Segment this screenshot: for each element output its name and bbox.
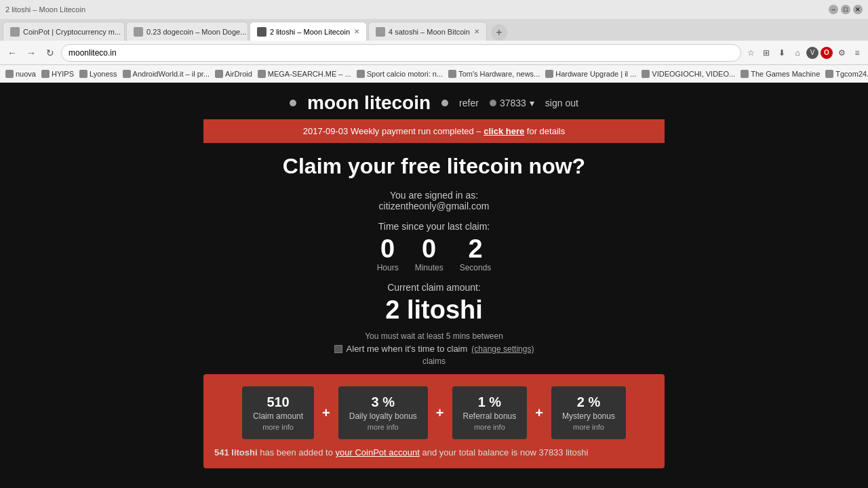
tab-label-dogecoin: 0.23 dogecoin – Moon Doge... (146, 28, 246, 36)
star-icon[interactable]: ☆ (744, 46, 757, 60)
bookmark-label-airdroid: AirDroid (225, 70, 252, 78)
balance-dot (490, 100, 496, 106)
bookmark-sport[interactable]: Sport calcio motori: n... (357, 70, 443, 78)
tab-label-bitcoin: 4 satoshi – Moon Bitcoin (389, 28, 470, 36)
credited-amount: 541 litoshi (214, 447, 258, 458)
timer-seconds-label: Seconds (460, 263, 492, 272)
bookmark-label-androidworld: AndroidWorld.it – il pr... (133, 70, 210, 78)
bookmark-icon-airdroid (215, 70, 223, 78)
toolbar-icons: ☆ ⊞ ⬇ ⌂ V O ⚙ ≡ (744, 46, 864, 60)
bookmark-icon-videogiochi (642, 70, 650, 78)
credited-suffix: and your total balance is now 37833 lito… (420, 447, 589, 458)
bookmark-icon-androidworld (123, 70, 131, 78)
home-icon[interactable]: ⌂ (791, 46, 804, 60)
bookmark-icon[interactable]: ⊞ (760, 46, 773, 60)
bookmark-lyoness[interactable]: Lyoness (79, 70, 117, 78)
reload-button[interactable]: ↻ (42, 45, 58, 61)
bonus-card-claim-amount: 510 Claim amount more info (242, 386, 314, 439)
bookmark-androidworld[interactable]: AndroidWorld.it – il pr... (123, 70, 210, 78)
timer-seconds: 2 Seconds (460, 236, 492, 272)
tab-close-bitcoin[interactable]: ✕ (474, 28, 479, 35)
claim-amount: 2 litoshi (217, 296, 651, 325)
timer-minutes: 0 Minutes (415, 236, 443, 272)
change-settings-link[interactable]: (change settings) (471, 344, 534, 354)
menu-icon[interactable]: ≡ (850, 46, 864, 60)
download-icon[interactable]: ⬇ (775, 46, 789, 60)
plus-icon-3: + (527, 405, 551, 421)
alert-text: Alert me when it's time to claim (347, 344, 468, 354)
bookmark-nuova[interactable]: nuova (5, 70, 36, 78)
bookmark-megasearch[interactable]: MEGA-SEARCH.ME – ... (258, 70, 351, 78)
tab-litecoin[interactable]: 2 litoshi – Moon Litecoin ✕ (250, 22, 367, 41)
bookmark-label-tomshardware: Tom's Hardware, news... (458, 70, 540, 78)
bookmark-icon-sport (357, 70, 365, 78)
tab-close-litecoin[interactable]: ✕ (354, 28, 359, 35)
balance-dropdown-icon[interactable]: ▾ (530, 98, 534, 108)
vpn-icon[interactable]: V (806, 47, 818, 59)
tab-favicon-dogecoin (134, 27, 143, 37)
main-content: Claim your free litecoin now? You are si… (203, 154, 665, 366)
bookmark-tomshardware[interactable]: Tom's Hardware, news... (448, 70, 540, 78)
bookmark-icon-nuova (5, 70, 14, 78)
bookmark-videogiochi[interactable]: VIDEOGIOCHI, VIDEO... (642, 70, 735, 78)
refer-link[interactable]: refer (459, 98, 479, 108)
bookmark-label-sport: Sport calcio motori: n... (367, 70, 443, 78)
address-bar-input[interactable] (61, 44, 741, 62)
current-claim-label: Current claim amount: (217, 282, 651, 293)
bookmark-label-megasearch: MEGA-SEARCH.ME – ... (268, 70, 351, 78)
new-tab-button[interactable]: + (491, 24, 507, 41)
bookmark-gamesmachine[interactable]: The Games Machine (741, 70, 820, 78)
maximize-button[interactable]: □ (841, 5, 850, 14)
forward-button[interactable]: → (23, 45, 39, 61)
minimize-button[interactable]: – (829, 5, 838, 14)
close-button[interactable]: ✕ (853, 5, 863, 14)
site-title: moon litecoin (307, 92, 431, 114)
bookmark-label-tgcom24: Tgcom24.it: le notizie... (835, 70, 868, 78)
extensions-icon[interactable]: ⚙ (835, 46, 848, 60)
timer-hours-value: 0 (377, 236, 399, 262)
bookmark-hyips[interactable]: HYIPS (41, 70, 74, 78)
back-button[interactable]: ← (4, 45, 20, 61)
bonus-referral-more[interactable]: more info (463, 423, 517, 431)
bookmark-label-nuova: nuova (16, 70, 36, 78)
balance-value: 37833 (500, 98, 526, 108)
banner-suffix: for details (524, 126, 565, 136)
bonus-claim-amount-more[interactable]: more info (253, 423, 303, 431)
bookmark-icon-tgcom24 (825, 70, 833, 78)
plus-icon-2: + (428, 405, 452, 421)
wait-message: You must wait at least 5 mins between (217, 331, 651, 341)
sign-out-link[interactable]: sign out (545, 98, 578, 108)
alert-row: Alert me when it's time to claim (change… (217, 344, 651, 354)
bonus-daily-loyalty-more[interactable]: more info (349, 423, 417, 431)
bookmark-label-lyoness: Lyoness (90, 70, 117, 78)
banner-text: 2017-09-03 Weekly payment run completed … (303, 126, 484, 136)
bonus-referral-value: 1 % (463, 394, 517, 410)
bookmarks-bar: nuova HYIPS Lyoness AndroidWorld.it – il… (0, 65, 868, 83)
tab-bitcoin[interactable]: 4 satoshi – Moon Bitcoin ✕ (368, 22, 487, 41)
bookmark-airdroid[interactable]: AirDroid (215, 70, 252, 78)
bookmark-label-videogiochi: VIDEOGIOCHI, VIDEO... (652, 70, 735, 78)
earn-more-section: Do you want to earn more free coins? You… (203, 479, 665, 488)
bonus-mystery-more[interactable]: more info (562, 423, 615, 431)
claim-title: Claim your free litecoin now? (217, 154, 651, 179)
timer-hours: 0 Hours (377, 236, 399, 272)
bookmark-tgcom24[interactable]: Tgcom24.it: le notizie... (825, 70, 868, 78)
bookmark-label-hwupgrade: Hardware Upgrade | il ... (555, 70, 636, 78)
alert-checkbox[interactable] (334, 345, 342, 353)
bonus-mystery-name: Mystery bonus (562, 411, 615, 421)
bonus-card-referral: 1 % Referral bonus more info (452, 386, 528, 439)
tab-coinpot[interactable]: CoinPot | Cryptocurrency m... ✕ (3, 22, 125, 41)
bookmark-label-gamesmachine: The Games Machine (751, 70, 820, 78)
credited-message: 541 litoshi has been added to your CoinP… (214, 447, 654, 458)
coinpot-account-link[interactable]: your CoinPot account (336, 447, 420, 458)
header-dot-left (290, 100, 296, 106)
bookmark-icon-megasearch (258, 70, 266, 78)
tab-dogecoin[interactable]: 0.23 dogecoin – Moon Doge... ✕ (126, 22, 248, 41)
banner-link[interactable]: click here (484, 126, 524, 136)
tabs-bar: CoinPot | Cryptocurrency m... ✕ 0.23 dog… (0, 19, 868, 41)
opera-icon[interactable]: O (821, 47, 833, 59)
bookmark-hwupgrade[interactable]: Hardware Upgrade | il ... (545, 70, 636, 78)
header-dot-right (441, 100, 448, 106)
bookmark-icon-lyoness (79, 70, 87, 78)
credited-text: has been added to (258, 447, 336, 458)
